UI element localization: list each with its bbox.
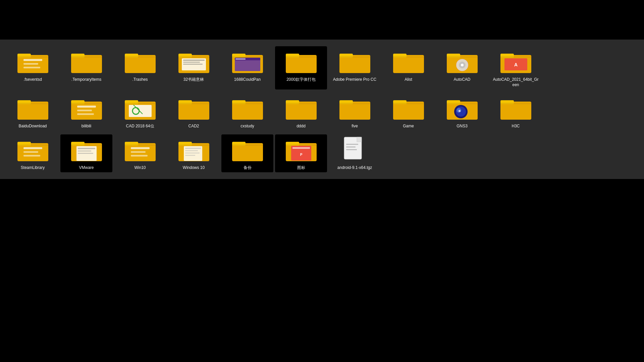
svg-rect-25 xyxy=(286,55,317,73)
svg-rect-107 xyxy=(178,144,209,146)
folder-icon-cad2 xyxy=(177,95,211,122)
file-item-fseventsd[interactable]: .fseventsd xyxy=(7,46,59,89)
svg-rect-14 xyxy=(178,56,209,58)
svg-rect-52 xyxy=(77,106,96,108)
folder-icon-adobepr xyxy=(338,48,372,75)
svg-rect-73 xyxy=(393,102,424,120)
file-item-steamlibrary[interactable]: SteamLibrary xyxy=(7,134,59,173)
folder-icon-backup xyxy=(231,136,264,163)
file-item-2000fonts[interactable]: 2000款字体打包 xyxy=(275,46,327,89)
svg-rect-113 xyxy=(232,143,263,161)
svg-rect-4 xyxy=(23,63,38,65)
file-item-gns3[interactable]: GNS3 xyxy=(436,93,488,131)
svg-rect-89 xyxy=(23,147,42,149)
svg-rect-63 xyxy=(178,103,209,104)
svg-rect-83 xyxy=(500,102,531,120)
item-label-bilibili: bilibili xyxy=(82,124,91,129)
svg-rect-85 xyxy=(500,103,531,104)
file-item-cad2[interactable]: CAD2 xyxy=(168,93,220,131)
item-label-cad2: CAD2 xyxy=(188,124,199,129)
file-item-1688CouldPan[interactable]: 1688CouldPan xyxy=(221,46,273,89)
folder-icon-game xyxy=(392,95,425,122)
svg-point-82 xyxy=(459,110,461,112)
item-label-adobepr: Adobe Premiere Pro CC xyxy=(333,77,376,82)
file-item-bilibili[interactable]: bilibili xyxy=(60,93,112,131)
folder-icon-dddd xyxy=(284,95,318,122)
svg-rect-98 xyxy=(78,153,93,154)
file-item-adobepr[interactable]: Adobe Premiere Pro CC xyxy=(329,46,381,89)
folder-icon-baidudownload xyxy=(16,95,50,122)
folder-icon-2000fonts xyxy=(284,48,318,75)
item-label-trashes: .Trashes xyxy=(132,77,148,82)
file-item-temporaryitems[interactable]: .TemporaryItems xyxy=(60,46,112,89)
svg-rect-109 xyxy=(185,148,201,149)
svg-rect-66 xyxy=(232,103,263,104)
file-item-vmware[interactable]: VMware xyxy=(60,134,112,173)
svg-rect-48 xyxy=(17,103,48,104)
svg-rect-124 xyxy=(357,137,362,142)
folder-icon-vmware xyxy=(70,136,103,163)
item-label-autocad2021: AutoCAD_2021_64bit_Green xyxy=(492,77,539,87)
svg-rect-43 xyxy=(500,56,531,58)
file-item-backup[interactable]: 备份 xyxy=(221,134,273,173)
folder-icon-steamlibrary xyxy=(16,136,50,163)
file-item-five[interactable]: five xyxy=(329,93,381,131)
file-item-windows10[interactable]: Windows 10 xyxy=(168,134,220,173)
folder-icon-32books xyxy=(177,48,211,75)
file-item-win10[interactable]: Win10 xyxy=(114,134,166,173)
svg-rect-5 xyxy=(23,67,40,68)
file-item-android[interactable]: android-9.1-x64.tgz xyxy=(329,134,381,173)
file-item-icons[interactable]: P 图标 xyxy=(275,134,327,173)
file-item-game[interactable]: Game xyxy=(382,93,434,131)
folder-icon-1688CouldPan xyxy=(231,48,264,75)
svg-rect-112 xyxy=(185,155,195,156)
file-icon-android xyxy=(341,136,368,163)
folder-icon-win10 xyxy=(123,136,157,163)
file-item-alist[interactable]: Alist xyxy=(382,46,434,89)
svg-rect-57 xyxy=(125,103,156,104)
file-item-autocad[interactable]: AutoCAD xyxy=(436,46,488,89)
file-item-cxstudy[interactable]: cxstudy xyxy=(221,93,273,131)
svg-text:A: A xyxy=(514,62,517,67)
item-label-steamlibrary: SteamLibrary xyxy=(21,165,45,171)
folder-icon-h3c xyxy=(499,95,533,122)
folder-icon-autocad xyxy=(445,48,479,75)
svg-rect-3 xyxy=(23,59,42,61)
top-bar xyxy=(0,0,644,40)
svg-rect-102 xyxy=(131,147,150,149)
item-label-game: Game xyxy=(403,124,414,129)
svg-rect-127 xyxy=(346,149,357,150)
file-item-dddd[interactable]: dddd xyxy=(275,93,327,131)
item-label-autocad: AutoCAD xyxy=(453,77,470,82)
svg-rect-97 xyxy=(78,150,91,152)
item-label-android: android-9.1-x64.tgz xyxy=(337,165,372,171)
file-item-autocad2021[interactable]: A AutoCAD_2021_64bit_Green xyxy=(490,46,542,89)
svg-rect-75 xyxy=(393,103,424,104)
item-label-five: five xyxy=(352,124,358,129)
svg-rect-70 xyxy=(339,102,370,120)
folder-icon-windows10 xyxy=(177,136,211,163)
file-item-cad2018[interactable]: CAD 2018 64位 xyxy=(114,93,166,131)
svg-rect-6 xyxy=(71,55,102,73)
folder-icon-trashes xyxy=(123,48,157,75)
file-item-baidudownload[interactable]: BaiduDownload xyxy=(7,93,59,131)
file-item-32books[interactable]: 32书籍意林 xyxy=(168,46,220,89)
svg-rect-126 xyxy=(346,146,356,147)
item-label-32books: 32书籍意林 xyxy=(183,77,204,82)
file-item-trashes[interactable]: .Trashes xyxy=(114,46,166,89)
folder-icon-bilibili xyxy=(70,95,103,122)
file-area: .fseventsd .TemporaryItems .Trashes 32书籍… xyxy=(0,40,644,179)
svg-rect-8 xyxy=(71,56,102,58)
folder-icon-five xyxy=(338,95,372,122)
item-label-cad2018: CAD 2018 64位 xyxy=(126,124,154,129)
svg-rect-31 xyxy=(393,55,424,73)
svg-rect-33 xyxy=(393,56,424,58)
svg-rect-111 xyxy=(185,153,200,154)
item-label-alist: Alist xyxy=(405,77,412,82)
file-item-h3c[interactable]: H3C xyxy=(490,93,542,131)
item-label-temporaryitems: .TemporaryItems xyxy=(71,77,101,82)
svg-rect-91 xyxy=(23,155,40,157)
svg-rect-17 xyxy=(183,62,200,63)
svg-rect-125 xyxy=(346,144,358,145)
svg-text:P: P xyxy=(300,153,302,157)
